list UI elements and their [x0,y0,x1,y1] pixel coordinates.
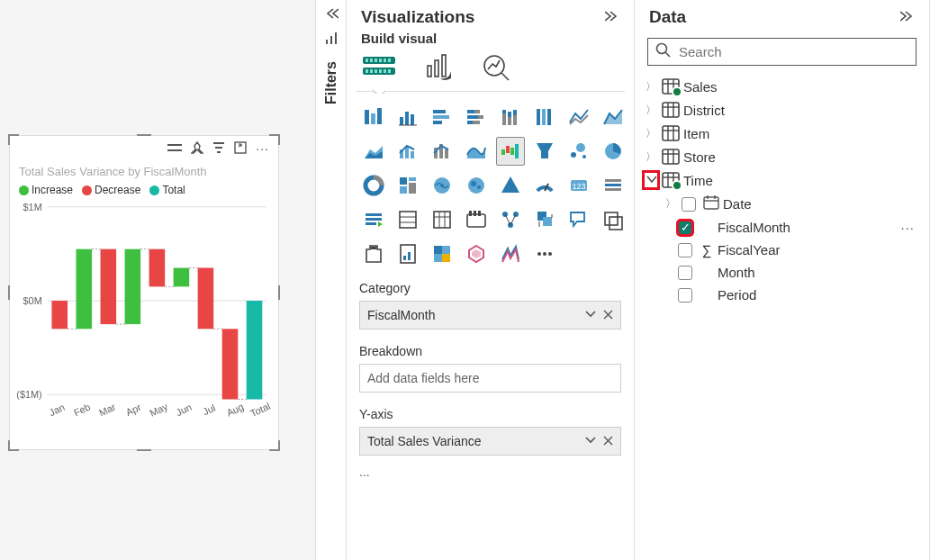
filters-pane-collapsed[interactable]: Filters [315,0,347,560]
viz-type-button[interactable] [393,103,422,131]
filter-icon[interactable] [212,141,225,156]
tab-build-visual[interactable] [361,53,397,87]
pin-icon[interactable] [191,141,203,156]
table-sales[interactable]: 〉 Sales [642,75,922,98]
chevron-down-icon[interactable] [644,172,658,188]
viz-type-button[interactable] [599,171,628,200]
remove-field-icon[interactable] [603,434,613,448]
viz-type-button[interactable] [530,137,559,166]
svg-rect-22 [174,268,190,287]
viz-type-button[interactable] [564,205,593,234]
chevron-down-icon[interactable] [585,434,596,448]
filters-icon [316,26,346,52]
drill-icon[interactable] [167,141,182,156]
svg-text:$1M: $1M [23,202,42,212]
field-period[interactable]: Period [642,284,922,306]
viz-type-button[interactable] [428,103,456,131]
viz-type-button[interactable] [393,137,422,166]
viz-type-button[interactable] [393,171,422,200]
viz-type-button[interactable] [599,137,628,166]
focus-icon[interactable] [234,141,247,156]
viz-type-button[interactable] [462,171,491,200]
viz-type-button[interactable] [462,137,491,166]
search-input[interactable] [677,43,908,60]
visualizations-pane: Visualizations Build visual 123 Category… [347,0,635,560]
viz-type-button[interactable] [359,205,388,234]
viz-type-button[interactable] [462,103,491,131]
field-checkbox[interactable] [678,266,692,280]
resize-handle[interactable] [8,134,19,145]
svg-rect-112 [366,218,382,221]
viz-type-button[interactable] [359,239,388,268]
viz-type-button[interactable] [359,137,388,166]
chart-visual[interactable]: ··· Total Sales Variance by FiscalMonth … [9,135,279,450]
field-month[interactable]: Month [642,261,922,284]
table-time[interactable]: Time [642,168,922,192]
field-date[interactable]: 〉 Date [642,192,922,216]
viz-type-button[interactable] [530,239,559,268]
chevron-right-icon[interactable]: 〉 [644,103,658,118]
viz-type-button[interactable] [428,171,456,200]
expand-filters-icon[interactable] [316,4,346,26]
chevron-right-icon[interactable]: 〉 [644,149,658,165]
viz-type-button[interactable] [462,205,491,234]
viz-type-button[interactable] [599,103,628,131]
field-fiscalyear[interactable]: ∑ FiscalYear [642,239,922,261]
table-item[interactable]: 〉 Item [642,122,922,145]
viz-type-button[interactable] [496,205,525,234]
well-category[interactable]: FiscalMonth [359,301,621,330]
resize-handle[interactable] [269,134,280,145]
remove-field-icon[interactable] [603,308,613,322]
resize-handle[interactable] [137,134,151,145]
tab-analytics[interactable] [482,53,512,87]
viz-type-button[interactable] [359,171,388,200]
chevron-down-icon[interactable] [585,308,596,322]
well-yaxis[interactable]: Total Sales Variance [359,427,621,456]
field-checkbox[interactable] [678,288,692,303]
chevron-right-icon[interactable]: 〉 [664,196,678,212]
viz-type-button[interactable] [564,103,593,131]
viz-type-button[interactable] [564,137,593,166]
chevron-right-icon[interactable]: 〉 [644,126,658,141]
field-checkbox[interactable] [678,243,692,257]
viz-type-button[interactable] [496,103,525,131]
viz-type-button[interactable]: 123 [564,171,593,200]
viz-type-button[interactable] [359,103,388,131]
field-label: Date [723,196,752,212]
well-breakdown[interactable]: Add data fields here [359,364,621,393]
svg-rect-155 [663,103,679,117]
field-more-icon[interactable]: ··· [900,220,920,235]
viz-type-button[interactable] [496,171,525,200]
table-district[interactable]: 〉 District [642,98,922,122]
resize-handle[interactable] [8,440,19,451]
viz-type-waterfall[interactable] [496,137,525,166]
table-label: District [683,103,725,118]
legend-total: Total [162,184,185,196]
table-store[interactable]: 〉 Store [642,145,922,168]
more-options[interactable]: ... [347,465,634,488]
viz-type-button[interactable] [530,171,559,200]
field-checkbox-checked[interactable]: ✓ [678,221,692,235]
resize-handle[interactable] [137,440,151,451]
viz-type-button[interactable] [393,239,422,268]
viz-type-button[interactable] [428,239,456,268]
field-checkbox[interactable] [682,197,696,212]
field-fiscalmonth[interactable]: ✓ FiscalMonth ··· [642,216,922,239]
viz-type-button[interactable] [428,137,456,166]
viz-type-button[interactable] [428,205,456,234]
viz-type-button[interactable] [530,103,559,131]
report-canvas[interactable]: ··· Total Sales Variance by FiscalMonth … [0,0,315,560]
chart-title: Total Sales Variance by FiscalMonth [10,161,278,182]
search-input-container[interactable] [647,38,916,66]
viz-type-button[interactable] [530,205,559,234]
viz-type-button[interactable] [496,239,525,268]
chevron-right-icon[interactable]: 〉 [644,79,658,95]
collapse-data-icon[interactable] [900,10,915,25]
viz-type-button[interactable] [599,205,628,234]
collapse-viz-icon[interactable] [605,10,619,25]
viz-type-button[interactable] [462,239,491,268]
more-icon[interactable]: ··· [256,141,269,156]
resize-handle[interactable] [269,440,280,451]
tab-format-visual[interactable] [424,53,455,87]
viz-type-button[interactable] [393,205,422,234]
